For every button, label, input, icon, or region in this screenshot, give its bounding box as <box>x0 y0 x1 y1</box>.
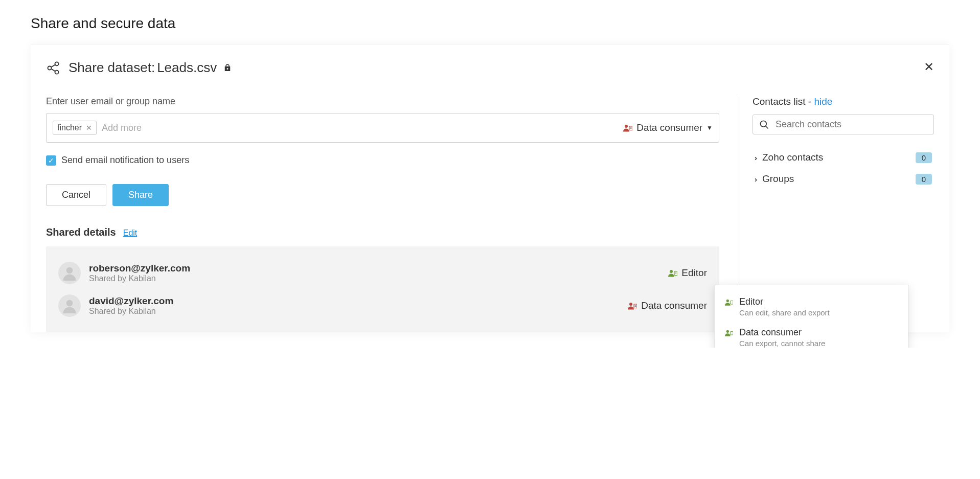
search-contacts-input[interactable] <box>776 119 927 130</box>
chip-label: fincher <box>57 123 82 132</box>
add-more-placeholder: Add more <box>102 123 142 133</box>
svg-point-5 <box>625 125 628 128</box>
search-icon <box>759 120 769 130</box>
search-contacts-box[interactable] <box>753 115 934 134</box>
modal-dataset-name: Leads.csv <box>157 60 217 76</box>
svg-point-1 <box>48 66 52 70</box>
share-icon <box>46 61 60 75</box>
page-title: Share and secure data <box>31 15 949 32</box>
svg-point-21 <box>726 300 729 302</box>
shared-by: Shared by Kabilan <box>89 274 190 283</box>
hide-link[interactable]: hide <box>814 96 832 107</box>
avatar <box>58 294 81 317</box>
svg-point-0 <box>55 62 59 65</box>
notify-checkbox[interactable]: ✓ <box>46 155 56 166</box>
svg-point-23 <box>726 330 729 333</box>
contact-group-label: Groups <box>762 173 794 185</box>
role-icon <box>668 269 677 277</box>
svg-rect-16 <box>634 304 637 308</box>
role-icon <box>628 302 637 310</box>
edit-link[interactable]: Edit <box>123 229 138 238</box>
shared-email: roberson@zylker.com <box>89 263 190 274</box>
count-badge: 0 <box>916 174 932 185</box>
svg-rect-11 <box>674 271 677 276</box>
modal-header: Share dataset: Leads.csv ✕ <box>46 60 934 76</box>
notify-checkbox-row[interactable]: ✓ Send email notification to users <box>46 155 719 166</box>
share-modal: Share dataset: Leads.csv ✕ Enter user em… <box>31 44 949 332</box>
role-icon <box>725 329 733 336</box>
contact-group-label: Zoho contacts <box>762 152 823 163</box>
svg-point-14 <box>66 300 73 307</box>
close-button[interactable]: ✕ <box>924 60 934 74</box>
caret-down-icon: ▼ <box>706 124 713 131</box>
contact-group-groups[interactable]: › Groups 0 <box>753 168 934 190</box>
shared-email: david@zylker.com <box>89 295 173 307</box>
role-option-title: Data consumer <box>739 327 825 338</box>
shared-role-label: Editor <box>681 267 707 279</box>
role-option-desc: Can export, cannot share <box>739 339 825 348</box>
email-field-label: Enter user email or group name <box>46 96 719 107</box>
role-option-desc: Can edit, share and export <box>739 308 830 317</box>
role-selected-label: Data consumer <box>636 122 702 133</box>
modal-title-prefix: Share dataset: <box>69 60 155 76</box>
svg-point-10 <box>670 270 673 273</box>
role-dropdown: Editor Can edit, share and export Data c… <box>714 285 908 348</box>
modal-title: Share dataset: Leads.csv <box>69 60 232 76</box>
avatar <box>58 262 81 284</box>
role-option-editor[interactable]: Editor Can edit, share and export <box>715 291 908 322</box>
svg-point-9 <box>66 267 73 274</box>
contact-group-zoho[interactable]: › Zoho contacts 0 <box>753 147 934 168</box>
role-icon <box>623 124 632 132</box>
svg-point-19 <box>761 121 767 127</box>
cancel-button[interactable]: Cancel <box>46 184 106 206</box>
chevron-right-icon: › <box>755 175 757 184</box>
shared-role-label: Data consumer <box>641 300 707 311</box>
shared-details-heading: Shared details Edit <box>46 226 719 238</box>
email-input-box[interactable]: fincher ✕ Add more Data consumer ▼ <box>46 113 719 143</box>
svg-point-2 <box>55 70 59 74</box>
svg-rect-22 <box>731 301 733 304</box>
count-badge: 0 <box>916 152 932 163</box>
shared-list: roberson@zylker.com Shared by Kabilan Ed… <box>46 246 719 332</box>
notify-label: Send email notification to users <box>61 155 189 166</box>
svg-line-3 <box>51 64 55 67</box>
user-chip[interactable]: fincher ✕ <box>53 121 97 135</box>
shared-row: david@zylker.com Shared by Kabilan Data … <box>58 289 707 322</box>
shared-details-title: Shared details <box>46 226 116 238</box>
shared-by: Shared by Kabilan <box>89 307 173 316</box>
contacts-title: Contacts list - hide <box>753 96 934 107</box>
chevron-right-icon: › <box>755 153 757 162</box>
lock-icon <box>223 63 232 73</box>
role-option-data-consumer[interactable]: Data consumer Can export, cannot share <box>715 322 908 348</box>
shared-role: Data consumer <box>628 300 707 311</box>
svg-point-15 <box>629 303 632 306</box>
role-select[interactable]: Data consumer ▼ <box>623 122 713 133</box>
svg-line-20 <box>766 126 768 128</box>
svg-rect-6 <box>629 126 632 130</box>
shared-row: roberson@zylker.com Shared by Kabilan Ed… <box>58 257 707 289</box>
role-option-title: Editor <box>739 296 830 307</box>
shared-role: Editor <box>668 267 707 279</box>
svg-line-4 <box>51 69 55 71</box>
svg-rect-24 <box>731 331 733 335</box>
share-button[interactable]: Share <box>112 184 169 206</box>
chip-remove-icon[interactable]: ✕ <box>86 124 92 132</box>
contacts-title-prefix: Contacts list - <box>753 96 814 107</box>
role-icon <box>725 299 733 306</box>
